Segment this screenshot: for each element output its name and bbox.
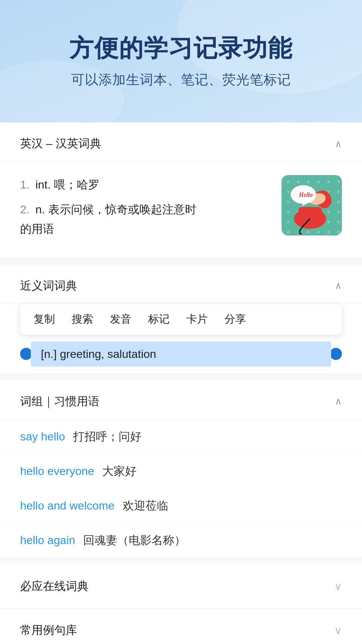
synonym-section: 近义词词典 ∧ 复制 搜索 发音 标记 卡片 分享 [n.] greeting,… xyxy=(0,265,362,374)
context-card[interactable]: 卡片 xyxy=(186,312,208,327)
context-copy[interactable]: 复制 xyxy=(34,312,55,327)
phrases-title: 词组｜习惯用语 xyxy=(20,394,100,409)
examples-title: 常用例句库 xyxy=(20,623,77,638)
svg-point-28 xyxy=(337,211,340,213)
list-item[interactable]: say hello 打招呼；问好 xyxy=(0,420,362,454)
svg-point-8 xyxy=(317,180,320,183)
svg-point-10 xyxy=(337,180,340,183)
phrase-en-4: hello again xyxy=(20,534,75,547)
svg-point-35 xyxy=(287,231,290,233)
svg-point-6 xyxy=(297,180,300,183)
svg-point-23 xyxy=(287,211,290,213)
svg-point-38 xyxy=(317,231,320,233)
english-dict-title: 英汉 – 汉英词典 xyxy=(20,136,101,151)
dict-definitions: 1. int. 喂；哈罗 2. n. 表示问候，惊奇或唤起注意时的用语 xyxy=(20,175,272,244)
selection-handle-left xyxy=(20,348,32,360)
header-title: 方便的学习记录功能 xyxy=(20,34,342,62)
context-mark[interactable]: 标记 xyxy=(148,312,170,327)
selection-handle-right xyxy=(330,348,342,360)
header-subtitle: 可以添加生词本、笔记、荧光笔标记 xyxy=(20,70,342,89)
svg-point-39 xyxy=(327,231,330,233)
english-dict-chevron: ∧ xyxy=(335,138,342,149)
synonym-highlighted-text: [n.] greeting, salutation xyxy=(41,347,156,360)
context-menu: 复制 搜索 发音 标记 卡片 分享 xyxy=(20,304,342,335)
dict-def-2: 2. n. 表示问候，惊奇或唤起注意时的用语 xyxy=(20,200,272,239)
def-type-2: n. 表示问候，惊奇或唤起注意时的用语 xyxy=(20,203,196,235)
svg-point-33 xyxy=(327,221,330,223)
phrases-chevron: ∧ xyxy=(335,396,342,407)
examples-section: 常用例句库 ∨ xyxy=(0,608,362,644)
selection-row: [n.] greeting, salutation xyxy=(0,341,362,373)
svg-point-9 xyxy=(327,180,330,183)
main-card: 英汉 – 汉英词典 ∧ 1. int. 喂；哈罗 2. n. 表示问候，惊奇或唤… xyxy=(0,122,362,644)
phrase-en-2: hello everyone xyxy=(20,465,94,478)
english-dict-section: 英汉 – 汉英词典 ∧ 1. int. 喂；哈罗 2. n. 表示问候，惊奇或唤… xyxy=(0,122,362,258)
biyingdict-title: 必应在线词典 xyxy=(20,579,88,594)
synonym-section-header[interactable]: 近义词词典 ∧ xyxy=(0,265,362,304)
svg-point-27 xyxy=(327,211,330,213)
svg-point-11 xyxy=(287,191,290,193)
svg-text:Hello: Hello xyxy=(299,192,313,198)
phrases-header[interactable]: 词组｜习惯用语 ∧ xyxy=(0,380,362,420)
phrase-en-3: hello and welcome xyxy=(20,499,115,512)
def-type-1: int. 喂；哈罗 xyxy=(36,178,100,191)
header: 方便的学习记录功能 可以添加生词本、笔记、荧光笔标记 xyxy=(0,0,362,109)
context-pronounce[interactable]: 发音 xyxy=(110,312,131,327)
svg-point-5 xyxy=(287,180,290,183)
synonym-section-title: 近义词词典 xyxy=(20,278,77,293)
svg-point-22 xyxy=(337,201,340,203)
hello-image: Hello xyxy=(282,175,342,235)
context-share[interactable]: 分享 xyxy=(225,312,246,327)
phrase-cn-3: 欢迎莅临 xyxy=(123,498,168,514)
svg-point-40 xyxy=(337,231,340,233)
list-item[interactable]: hello everyone 大家好 xyxy=(0,454,362,489)
svg-point-29 xyxy=(287,221,290,223)
svg-point-7 xyxy=(307,180,310,183)
phrase-en-1: say hello xyxy=(20,430,65,443)
phrase-cn-4: 回魂妻（电影名称） xyxy=(83,533,186,548)
selection-area: [n.] greeting, salutation xyxy=(31,341,331,367)
svg-point-34 xyxy=(337,221,340,223)
list-item[interactable]: hello again 回魂妻（电影名称） xyxy=(0,523,362,557)
examples-chevron: ∨ xyxy=(334,624,342,637)
dict-def-1: 1. int. 喂；哈罗 xyxy=(20,175,272,195)
synonym-chevron: ∧ xyxy=(335,280,342,291)
dict-content: 1. int. 喂；哈罗 2. n. 表示问候，惊奇或唤起注意时的用语 xyxy=(0,162,362,257)
list-item[interactable]: hello and welcome 欢迎莅临 xyxy=(0,489,362,523)
biyingdict-header[interactable]: 必应在线词典 ∨ xyxy=(0,565,362,608)
biyingdict-section: 必应在线词典 ∨ xyxy=(0,565,362,608)
context-search[interactable]: 搜索 xyxy=(72,312,93,327)
svg-rect-42 xyxy=(298,207,322,224)
svg-point-16 xyxy=(337,191,340,193)
svg-point-17 xyxy=(287,201,290,203)
def-num-1: 1. xyxy=(20,178,29,191)
english-dict-header[interactable]: 英汉 – 汉英词典 ∧ xyxy=(0,122,362,162)
svg-point-37 xyxy=(307,231,310,233)
phrase-cn-2: 大家好 xyxy=(102,464,136,479)
phrases-section: 词组｜习惯用语 ∧ say hello 打招呼；问好 hello everyon… xyxy=(0,380,362,558)
biyingdict-chevron: ∨ xyxy=(334,580,342,593)
examples-header[interactable]: 常用例句库 ∨ xyxy=(0,608,362,644)
def-num-2: 2. xyxy=(20,203,29,216)
phrase-cn-1: 打招呼；问好 xyxy=(73,429,141,444)
